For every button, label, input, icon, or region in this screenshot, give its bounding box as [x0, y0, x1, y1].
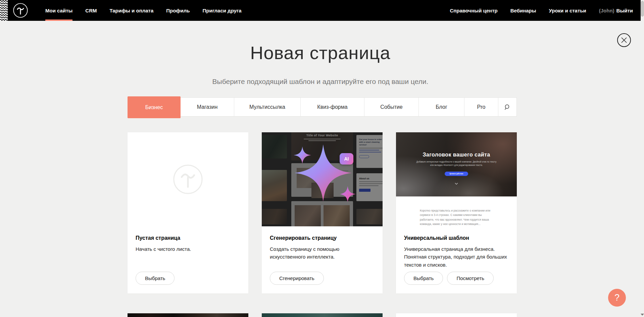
- template-card-grid-row2: [128, 313, 517, 317]
- ai-preview-collage: Title of Your Website: [262, 132, 383, 226]
- user-name: (John): [599, 8, 614, 13]
- ai-sparkle-small-icon: [340, 186, 356, 202]
- nav-crm[interactable]: CRM: [79, 0, 103, 21]
- close-icon: [621, 37, 627, 43]
- nav-profile[interactable]: Профиль: [160, 0, 196, 21]
- preview-button[interactable]: Посмотреть: [447, 272, 494, 285]
- top-navbar: Мои сайты CRM Тарифы и оплата Профиль Пр…: [0, 0, 644, 21]
- template-card-grid: Пустая страница Начать с чистого листа. …: [128, 132, 517, 293]
- card-title: Пустая страница: [136, 235, 240, 241]
- scrollbar-thumb[interactable]: [641, 1, 644, 16]
- template-body-text: Коротко представьтесь и расскажите о ком…: [420, 196, 493, 226]
- search-icon: [504, 104, 510, 110]
- card-preview-sliver: [262, 313, 383, 317]
- chevron-down-icon: [455, 181, 458, 184]
- nav-help-center[interactable]: Справочный центр: [443, 8, 504, 13]
- template-category-tabs: Бизнес Магазин Мультиссылка Квиз-форма С…: [128, 97, 517, 117]
- universal-template-preview: Заголовок вашего сайта Добавьте интересн…: [396, 132, 517, 226]
- card-partial[interactable]: [128, 313, 248, 317]
- select-button[interactable]: Выбрать: [136, 272, 175, 285]
- page-subtitle: Выберите подходящий шаблон и адаптируйте…: [0, 78, 641, 86]
- tab-business[interactable]: Бизнес: [128, 96, 181, 118]
- tilda-logo-icon[interactable]: [13, 3, 28, 18]
- card-preview-sliver: [128, 313, 248, 317]
- generate-button[interactable]: Сгенерировать: [270, 272, 324, 285]
- tab-pro[interactable]: Pro: [464, 98, 498, 116]
- tab-blog[interactable]: Блог: [419, 98, 464, 116]
- nav-invite-friend[interactable]: Пригласи друга: [196, 0, 248, 21]
- card-title: Сгенерировать страницу: [270, 235, 375, 241]
- user-session: (John) Выйти: [593, 8, 639, 13]
- card-ai-generate[interactable]: Title of Your Website: [262, 132, 383, 293]
- card-preview-sliver: [396, 313, 517, 317]
- nav-my-sites[interactable]: Мои сайты: [39, 0, 79, 21]
- template-body: Коротко представьтесь и расскажите о ком…: [396, 196, 517, 226]
- card-universal-template[interactable]: Заголовок вашего сайта Добавьте интересн…: [396, 132, 517, 293]
- tab-store[interactable]: Магазин: [181, 98, 234, 116]
- blank-page-preview: [128, 132, 248, 226]
- template-cta-button: Целевое действие: [445, 172, 468, 176]
- card-partial[interactable]: [262, 313, 383, 317]
- nav-lessons[interactable]: Уроки и статьи: [543, 8, 593, 13]
- nav-webinars[interactable]: Вебинары: [504, 8, 543, 13]
- card-title: Универсальный шаблон: [404, 235, 509, 241]
- card-description: Универсальная страница для бизнеса. Поня…: [404, 245, 509, 269]
- close-button[interactable]: [617, 33, 631, 47]
- card-blank-page[interactable]: Пустая страница Начать с чистого листа. …: [128, 132, 248, 293]
- logout-link[interactable]: Выйти: [616, 8, 633, 13]
- template-hero-subtitle: Добавьте интересные подробности о вашей …: [416, 160, 497, 167]
- search-tab[interactable]: [498, 98, 516, 116]
- secondary-nav: Справочный центр Вебинары Уроки и статьи…: [443, 0, 639, 21]
- nav-pricing[interactable]: Тарифы и оплата: [103, 0, 160, 21]
- card-description: Создать страницу с помощью искусственног…: [270, 245, 375, 261]
- page-title: Новая страница: [0, 42, 641, 63]
- ai-badge: AI: [340, 153, 353, 165]
- help-button[interactable]: ?: [608, 289, 626, 307]
- main-nav: Мои сайты CRM Тарифы и оплата Профиль Пр…: [39, 0, 248, 21]
- tab-quiz-form[interactable]: Квиз-форма: [301, 98, 364, 116]
- template-hero-title: Заголовок вашего сайта: [396, 152, 517, 158]
- zigzag-decoration: [0, 0, 8, 21]
- tab-multilink[interactable]: Мультиссылка: [234, 98, 301, 116]
- card-partial[interactable]: [396, 313, 517, 317]
- scrollbar-down-arrow-icon[interactable]: [641, 314, 644, 316]
- scrollbar[interactable]: [641, 0, 644, 317]
- tilda-watermark-icon: [172, 164, 204, 195]
- card-description: Начать с чистого листа.: [136, 245, 240, 253]
- tab-event[interactable]: Событие: [364, 98, 419, 116]
- template-hero: Заголовок вашего сайта Добавьте интересн…: [396, 132, 517, 196]
- select-button[interactable]: Выбрать: [404, 272, 443, 285]
